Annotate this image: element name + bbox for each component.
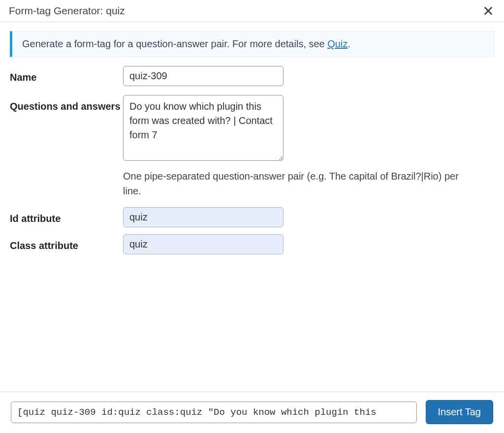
questions-answers-hint: One pipe-separated question-answer pair … [123, 169, 477, 198]
form-body: Name Questions and answers One pipe-sepa… [0, 66, 504, 392]
label-id-attribute: Id attribute [10, 207, 123, 225]
row-questions-answers: Questions and answers One pipe-separated… [10, 95, 494, 198]
dialog-footer: Insert Tag [0, 392, 504, 433]
label-class-attribute: Class attribute [10, 234, 123, 252]
notice-text-before: Generate a form-tag for a question-answe… [22, 38, 327, 49]
id-attribute-input[interactable] [123, 207, 284, 227]
dialog-root: Form-tag Generator: quiz Generate a form… [0, 0, 504, 433]
label-questions-answers: Questions and answers [10, 95, 123, 113]
dialog-header: Form-tag Generator: quiz [0, 0, 504, 22]
notice-link-quiz[interactable]: Quiz [327, 38, 347, 49]
row-id-attribute: Id attribute [10, 207, 494, 227]
close-icon [483, 5, 494, 16]
name-input[interactable] [123, 66, 284, 86]
row-class-attribute: Class attribute [10, 234, 494, 254]
dialog-title: Form-tag Generator: quiz [9, 5, 125, 17]
label-name: Name [10, 66, 123, 84]
insert-tag-button[interactable]: Insert Tag [426, 400, 493, 424]
notice-text-after: . [347, 38, 350, 49]
class-attribute-input[interactable] [123, 234, 284, 254]
generated-tag-output[interactable] [11, 402, 417, 423]
row-name: Name [10, 66, 494, 86]
questions-answers-textarea[interactable] [123, 95, 284, 161]
close-button[interactable] [481, 4, 495, 18]
info-notice: Generate a form-tag for a question-answe… [10, 31, 494, 57]
